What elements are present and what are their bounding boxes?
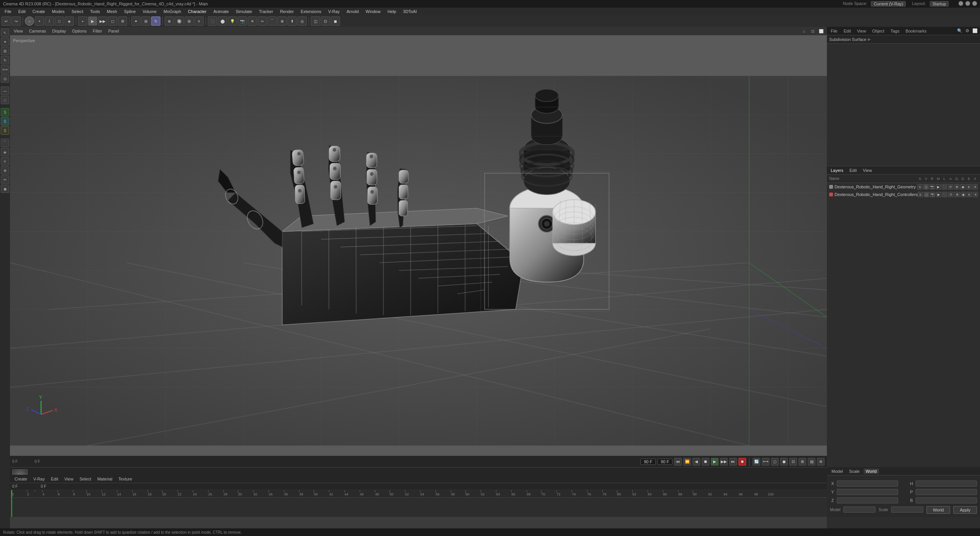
transport-mode6-btn[interactable]: ⊛	[817, 458, 825, 466]
boole-btn[interactable]: ⊗	[278, 16, 287, 26]
sidebar-select-icon[interactable]: ↖	[1, 28, 9, 37]
tl-create-tab[interactable]: Create	[12, 476, 29, 482]
coord-model-input[interactable]	[843, 507, 875, 513]
light-btn[interactable]: 💡	[228, 16, 237, 26]
node-bookmarks-tab[interactable]: Bookmarks	[904, 28, 928, 34]
sidebar-bend-icon[interactable]: ⌒	[1, 139, 9, 147]
sidebar-paint-icon[interactable]: ✏	[1, 175, 9, 184]
coord-apply-btn[interactable]: Apply	[953, 506, 977, 514]
tl-view-tab[interactable]: View	[62, 476, 76, 482]
transport-prev-key[interactable]: ⏪	[683, 458, 691, 466]
node-view-tab[interactable]: View	[856, 28, 868, 34]
undo-btn[interactable]: ↩	[2, 16, 11, 26]
sidebar-material1-icon[interactable]: S	[1, 108, 9, 116]
layer-solo-icon[interactable]: S	[917, 184, 923, 190]
layers-tab-edit[interactable]: Edit	[848, 168, 858, 173]
sidebar-scale-icon[interactable]: ⊞	[1, 47, 9, 55]
sidebar-material2-icon[interactable]: S	[1, 117, 9, 126]
layers-tab-layers[interactable]: Layers	[829, 168, 845, 173]
node-object-tab[interactable]: Object	[871, 28, 886, 34]
null-btn[interactable]: ✕	[248, 16, 257, 26]
close-button[interactable]	[972, 1, 977, 6]
layer-render1-icon[interactable]: ▶	[936, 184, 941, 190]
menu-mesh[interactable]: Mesh	[104, 8, 120, 15]
coord-world-btn[interactable]: World	[926, 506, 951, 514]
vp-display-menu[interactable]: Display	[51, 28, 67, 34]
menu-render[interactable]: Render	[277, 8, 297, 15]
coord-p-rot[interactable]	[916, 489, 977, 495]
sidebar-line-icon[interactable]: —	[1, 87, 9, 95]
vp-panel-menu[interactable]: Panel	[107, 28, 121, 34]
maximize-button[interactable]	[965, 1, 970, 6]
redo-btn[interactable]: ↪	[11, 16, 21, 26]
node-edit-tab[interactable]: Edit	[842, 28, 853, 34]
render-region-btn[interactable]: ▪	[78, 16, 87, 26]
sidebar-layers-icon[interactable]: ≡	[1, 157, 9, 165]
sphere-btn[interactable]: ⬤	[218, 16, 227, 26]
material-btn[interactable]: ◎	[297, 16, 307, 26]
layer-x-icon[interactable]: ✕	[972, 184, 978, 190]
menu-3dttoai[interactable]: 3DToAI	[400, 8, 420, 15]
transport-mode4-btn[interactable]: ⊞	[799, 458, 806, 466]
transport-pingpong-btn[interactable]: ⟷	[762, 458, 769, 466]
menu-arnold[interactable]: Arnold	[343, 8, 362, 15]
bend-btn[interactable]: ⌒	[268, 16, 277, 26]
sculpt-mode-btn[interactable]: ◈	[65, 16, 74, 26]
transport-mode2-btn[interactable]: ◼	[780, 458, 788, 466]
sidebar-unknown-icon[interactable]: ◉	[1, 185, 9, 193]
menu-simulate[interactable]: Simulate	[233, 8, 255, 15]
vp-options-menu[interactable]: Options	[70, 28, 88, 34]
render-settings-btn[interactable]: ⚙	[118, 16, 127, 26]
transport-record[interactable]: ⏺	[738, 458, 746, 466]
menu-volume[interactable]: Volume	[140, 8, 160, 15]
layer2-render2-icon[interactable]: ⬛	[942, 192, 947, 197]
sidebar-weld-icon[interactable]: ⊕	[1, 166, 9, 175]
extrude-btn[interactable]: ⬆	[287, 16, 297, 26]
floor-btn[interactable]: ═	[258, 16, 267, 26]
render-to-po-btn[interactable]: ◻	[108, 16, 117, 26]
layer2-anim-icon[interactable]: ⏱	[948, 192, 954, 197]
sidebar-twist-icon[interactable]: ◈	[1, 148, 9, 156]
layer-exp-icon[interactable]: E	[966, 184, 972, 190]
layer2-render1-icon[interactable]: ▶	[936, 192, 941, 197]
menu-mograph[interactable]: MoGraph	[160, 8, 184, 15]
sidebar-live-sel-icon[interactable]: ◎	[1, 74, 9, 83]
coord-y-pos[interactable]	[837, 489, 898, 495]
coord-scale-tab[interactable]: Scale	[847, 469, 862, 474]
tl-edit-tab[interactable]: Edit	[49, 476, 60, 482]
vp-filter-menu[interactable]: Filter	[91, 28, 103, 34]
wireframe-btn[interactable]: ⊡	[321, 16, 330, 26]
move-tool-btn[interactable]: ✦	[131, 16, 140, 26]
menu-vray[interactable]: V-Ray	[325, 8, 343, 15]
tl-select-tab[interactable]: Select	[77, 476, 94, 482]
menu-animate[interactable]: Animate	[210, 8, 232, 15]
layer2-exp-icon[interactable]: E	[967, 192, 972, 197]
scale-tool-btn[interactable]: ⊞	[141, 16, 150, 26]
coord-world-tab[interactable]: World	[864, 469, 879, 474]
transport-skip-start[interactable]: ⏮	[674, 458, 682, 466]
breadcrumb-subdivision-surface[interactable]: Subdivision Surface	[829, 37, 866, 42]
snap-btn[interactable]: 🔘	[175, 16, 184, 26]
menu-tracker[interactable]: Tracker	[256, 8, 276, 15]
layer-row-controllers[interactable]: Dexterous_Robotic_Hand_Right_Controllers…	[827, 191, 980, 198]
viewport-canvas[interactable]: X Y Z Perspective Grid Spacing : 5 cm	[10, 35, 827, 486]
tl-material-tab[interactable]: Material	[95, 476, 114, 482]
transport-stop[interactable]: ⏹	[702, 458, 709, 466]
layer2-cube-icon[interactable]: ◻	[924, 192, 929, 197]
tl-vray-tab[interactable]: V-Ray	[31, 476, 47, 482]
layer-row-geometry[interactable]: Dexterous_Robotic_Hand_Right_Geometry S …	[827, 183, 980, 191]
timeline-track[interactable]	[10, 498, 827, 517]
layer2-solo-icon[interactable]: S	[918, 192, 923, 197]
vp-home-icon[interactable]: ⌂	[801, 28, 808, 34]
menu-edit[interactable]: Edit	[15, 8, 29, 15]
layer2-x-icon[interactable]: ✕	[973, 192, 978, 197]
menu-tools[interactable]: Tools	[87, 8, 103, 15]
camera-btn[interactable]: 📷	[238, 16, 247, 26]
transport-skip-end[interactable]: ⏭	[729, 458, 737, 466]
vp-cameras-menu[interactable]: Cameras	[28, 28, 48, 34]
vp-view-menu[interactable]: View	[12, 28, 24, 34]
workplane-btn[interactable]: ≡	[194, 16, 204, 26]
coord-h-rot[interactable]	[916, 480, 977, 487]
coord-x-pos[interactable]	[837, 480, 898, 487]
menu-modes[interactable]: Modes	[49, 8, 68, 15]
